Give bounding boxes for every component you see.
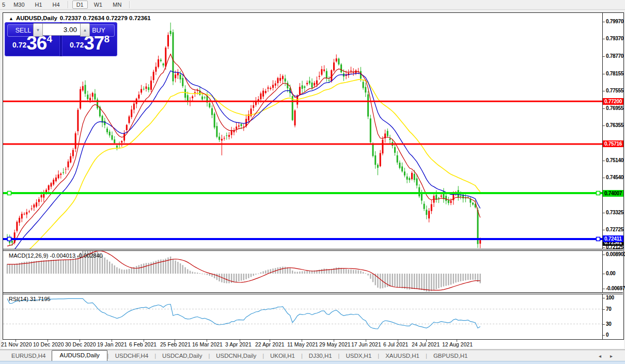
date-axis-label: 22 Apr 2021 (255, 341, 285, 347)
date-axis-label: 19 Jan 2021 (97, 341, 127, 347)
rsi-line (7, 298, 480, 329)
date-axis-label: 16 Mar 2021 (192, 341, 223, 347)
timeframe-button-5[interactable]: 5 (0, 1, 7, 8)
price-axis-tick-label: 0.75140 (606, 157, 623, 163)
price-axis-tickmark (603, 230, 605, 230)
buy-price-sup: 8 (104, 34, 110, 44)
price-axis-tickmark (603, 178, 605, 178)
date-axis-label: 29 May 2021 (319, 341, 351, 347)
tab-scroll-left-icon[interactable]: ◂ (599, 353, 601, 359)
arrow-down-icon: ▼ (36, 28, 40, 33)
price-axis-tick-label: 0.79370 (606, 36, 623, 41)
chart-tab-EURUSD-H4[interactable]: EURUSD,H4 (5, 351, 52, 361)
date-axis-label: 10 Dec 2020 (33, 341, 64, 347)
chart-symbol: AUDUSD,Daily (16, 15, 57, 21)
price-line-badge: 0.75716 (603, 140, 623, 147)
date-axis-label: 24 Jul 2021 (412, 341, 440, 347)
rsi-axis-tick-label: 30 (606, 321, 612, 327)
price-axis-tick-label: 0.72725 (606, 227, 623, 232)
rsi-axis-tick-label: 0 (606, 332, 608, 338)
price-axis[interactable]: 0.799700.793700.787700.781550.775550.769… (603, 13, 623, 339)
buy-price-prefix: 0.72 (70, 41, 84, 49)
chart-tab-USDCHF-H4[interactable]: USDCHF,H4 (109, 351, 155, 361)
chart-tab-USDCNH-Daily[interactable]: USDCNH,Daily (210, 351, 262, 361)
plot-area[interactable]: ▲AUDUSD,Daily0.72337 0.72634 0.72279 0.7… (3, 13, 603, 339)
level-line-handle (597, 237, 600, 241)
price-axis-tickmark (603, 22, 605, 22)
rsi-label: RSI(14) 31.7195 (9, 296, 51, 302)
arrow-up-icon: ▲ (83, 28, 87, 33)
price-axis-tickmark (603, 74, 605, 74)
price-axis-tickmark (603, 108, 605, 109)
volume-control: ▼ ▲ (33, 23, 90, 37)
price-axis-tickmark (603, 247, 605, 248)
price-axis-tick-label: 0.74540 (606, 175, 623, 180)
pane-splitter[interactable] (3, 292, 623, 294)
date-axis-label: 25 Feb 2021 (160, 341, 191, 347)
timeframe-button-W1[interactable]: W1 (90, 1, 107, 8)
chart-ohlc-header: ▲AUDUSD,Daily0.72337 0.72634 0.72279 0.7… (9, 15, 153, 21)
price-axis-tick-label: 0.78155 (606, 71, 623, 76)
moving-average-line (7, 54, 480, 246)
level-line-handle (8, 237, 11, 241)
chart-tab-UKOil-H1[interactable]: UKOil,H1 (264, 351, 301, 361)
level-line-handle (8, 192, 11, 195)
toolbar-separator (129, 1, 130, 8)
macd-axis-tickmark (603, 255, 605, 255)
chart-tab-XAUUSD-H1[interactable]: XAUUSD,H1 (379, 351, 426, 361)
rsi-axis-tickmark (603, 298, 605, 298)
timeframe-button-D1[interactable]: D1 (72, 1, 88, 9)
chart-tab-AUDUSD-Daily[interactable]: AUDUSD,Daily (52, 350, 107, 361)
timeframe-button-MN[interactable]: MN (108, 1, 126, 8)
price-axis-tickmark (603, 161, 605, 161)
date-axis-label: 17 Jun 2021 (351, 341, 381, 347)
price-axis-tickmark (603, 125, 605, 126)
chart-tab-USDCAD-Daily[interactable]: USDCAD,Daily (156, 351, 208, 361)
chart-tab-USDX-H1[interactable]: USDX,H1 (339, 351, 378, 361)
chart-window: ▲AUDUSD,Daily0.72337 0.72634 0.72279 0.7… (3, 12, 624, 340)
price-axis-tickmark (603, 91, 605, 91)
volume-increase-button[interactable]: ▲ (80, 23, 90, 37)
timeframe-toolbar: 5M30H1H4D1W1MN (0, 0, 625, 10)
toolbar-separator (68, 1, 69, 8)
price-axis-tick-label: 0.76955 (606, 105, 623, 111)
horizontal-level-lines[interactable] (3, 101, 602, 241)
pane-splitter[interactable] (3, 249, 623, 251)
price-axis-tick-label: 0.77555 (606, 88, 623, 93)
price-line-badge: 0.74007 (603, 190, 623, 197)
price-axis-tick-label: 0.78770 (606, 53, 623, 59)
chart-tab-GBPUSD-H1[interactable]: GBPUSD,H1 (427, 351, 474, 361)
date-axis-label: 11 May 2021 (287, 341, 318, 347)
volume-decrease-button[interactable]: ▼ (33, 23, 43, 37)
date-axis-label: 30 Dec 2020 (65, 341, 96, 347)
volume-input[interactable] (43, 23, 80, 36)
rsi-axis-tick-label: 70 (606, 306, 612, 312)
chart-ohlc-values: 0.72337 0.72634 0.72279 0.72361 (60, 15, 151, 21)
rsi-indicator-chart[interactable] (3, 294, 602, 339)
price-line-badge: 0.77200 (603, 98, 623, 105)
macd-axis-tickmark (603, 289, 605, 289)
timeframe-button-H1[interactable]: H1 (31, 1, 46, 8)
moving-average-line (7, 71, 480, 249)
macd-axis-tick-label: 0.008903 (606, 251, 625, 257)
timeframe-button-M30[interactable]: M30 (9, 1, 28, 8)
one-click-trading-panel: SELL 0.72364 BUY 0.72378 ▼ ▲ (5, 22, 117, 56)
tab-scroll-right-icon[interactable]: ▸ (610, 353, 613, 359)
chart-tabs-bar: EURUSD,H4AUDUSD,Daily|USDCHF,H4|USDCAD,D… (0, 350, 625, 361)
date-axis[interactable]: 21 Nov 202010 Dec 202030 Dec 202019 Jan … (3, 340, 624, 349)
macd-axis-tick-label: -0.006977 (606, 286, 625, 291)
timeframe-button-H4[interactable]: H4 (49, 1, 64, 8)
status-strip (0, 361, 625, 364)
date-axis-label: 3 Apr 2021 (225, 341, 252, 347)
date-axis-label: 6 Jul 2021 (383, 341, 408, 347)
level-line-handle (597, 192, 600, 195)
date-axis-label: 6 Feb 2021 (129, 341, 157, 347)
rsi-axis-tickmark (603, 324, 605, 325)
macd-label: MACD(12,26,9) -0.004013 -0.002840 (9, 252, 103, 259)
rsi-axis-tick-label: 100 (606, 295, 614, 300)
macd-axis-tick-label: 0.00 (606, 271, 615, 276)
price-axis-tickmark (603, 213, 605, 213)
price-axis-tick-label: 0.79970 (606, 19, 623, 24)
chart-tab-DJ30-H1[interactable]: DJ30,H1 (303, 351, 338, 361)
candles-layer (7, 23, 481, 248)
